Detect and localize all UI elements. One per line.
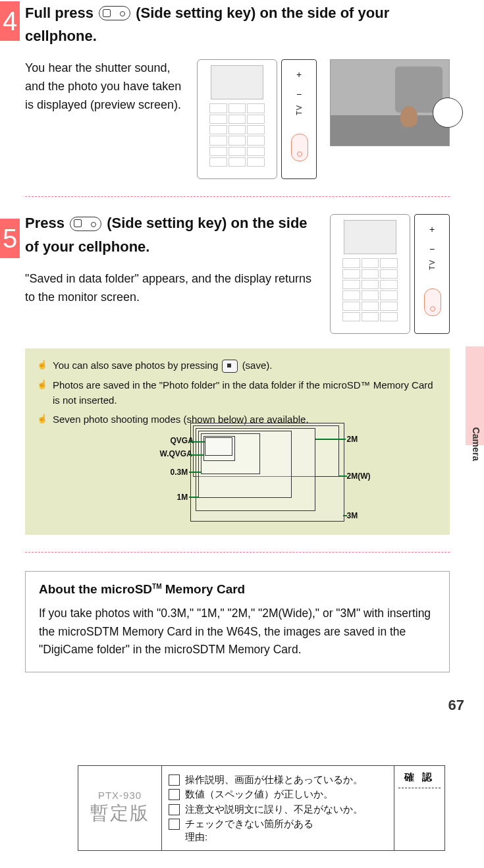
step4-heading-before: Full press — [25, 5, 97, 21]
volume-up-icon: + — [296, 69, 302, 80]
doc-code: PTX-930 — [98, 790, 142, 801]
side-setting-key-highlight — [424, 288, 441, 316]
checkbox-icon[interactable] — [169, 819, 180, 830]
step-divider — [25, 196, 450, 197]
provisional-label: 暫定版 — [90, 801, 149, 826]
footer-left: PTX-930 暫定版 — [78, 766, 162, 851]
checkbox-icon[interactable] — [169, 774, 180, 786]
mode-label-2m: 2M — [347, 433, 358, 446]
footer-mid: 操作説明、画面が仕様とあっているか。 数値（スペック値）が正しいか。 注意文や説… — [162, 766, 394, 851]
tv-label: TV — [295, 105, 303, 115]
confirm-label: 確 認 — [404, 771, 435, 782]
mode-label-1m: 1M — [177, 491, 188, 504]
tip-2: Photos are saved in the "Photo folder" i… — [53, 377, 438, 408]
step-4-body: You hear the shutter sound, and the phot… — [25, 59, 184, 179]
phone-side-callout: + − TV — [281, 59, 317, 179]
review-checklist-box: PTX-930 暫定版 操作説明、画面が仕様とあっているか。 数値（スペック値）… — [78, 765, 445, 852]
pointing-hand-icon: ☝ — [37, 412, 46, 424]
step-4-number: 4 — [3, 7, 17, 36]
step-5-heading: Press (Side setting key) on the side of … — [25, 211, 317, 258]
side-setting-key-icon — [99, 6, 130, 20]
about-title-after: Memory Card — [162, 582, 246, 596]
callout-circle-icon — [433, 97, 463, 128]
about-title-before: About the microSD — [39, 582, 152, 596]
pointing-hand-icon: ☝ — [37, 378, 46, 390]
cellphone-illustration — [330, 214, 410, 334]
cellphone-illustration — [197, 59, 277, 179]
center-save-button-icon — [222, 360, 238, 373]
photo-preview-illustration — [330, 59, 450, 146]
step-4-tab: 4 — [0, 1, 20, 41]
volume-down-icon: − — [429, 244, 435, 254]
tip1-before: You can also save photos by pressing — [53, 360, 221, 371]
tips-box: ☝ You can also save photos by pressing (… — [25, 348, 450, 535]
mode-label-3m: 3M — [347, 510, 358, 522]
section-label: Camera — [471, 427, 481, 461]
step-divider — [25, 552, 450, 553]
about-title: About the microSDTM Memory Card — [39, 582, 436, 597]
step-5-number: 5 — [3, 224, 17, 253]
page-number: 67 — [448, 697, 464, 714]
volume-up-icon: + — [429, 224, 435, 234]
phone-side-callout: + − TV — [414, 214, 450, 334]
about-microsd-box: About the microSDTM Memory Card If you t… — [25, 571, 450, 672]
pointing-hand-icon: ☝ — [37, 358, 46, 370]
mode-label-wqvga: W.QVGA — [160, 448, 192, 460]
confirm-cell: 確 認 — [394, 766, 444, 851]
about-body: If you take photos with "0.3M," "1M," "2… — [39, 605, 436, 658]
mode-label-03m: 0.3M — [171, 466, 188, 479]
check-item-3: 注意文や説明文に誤り、不足がないか。 — [185, 803, 363, 816]
side-setting-key-icon — [70, 217, 101, 231]
step-5-body: "Saved in data folder" appears, and the … — [25, 270, 317, 307]
check-item-4: チェックできない箇所がある 理由: — [185, 817, 313, 843]
check-item-1: 操作説明、画面が仕様とあっているか。 — [185, 773, 363, 786]
tm-superscript: TM — [152, 583, 161, 590]
side-setting-key-highlight — [291, 134, 308, 161]
mode-label-2mw: 2M(W) — [347, 470, 371, 483]
tip1-after: (save). — [242, 360, 273, 371]
tv-label: TV — [428, 259, 436, 270]
step-4-heading: Full press (Side setting key) on the sid… — [25, 1, 450, 47]
checkbox-icon[interactable] — [169, 804, 180, 815]
check-item-2: 数値（スペック値）が正しいか。 — [185, 788, 333, 801]
step5-heading-before: Press — [25, 215, 68, 231]
volume-down-icon: − — [296, 89, 302, 99]
step-5-tab: 5 — [0, 219, 20, 258]
checkbox-icon[interactable] — [169, 789, 180, 800]
tip-1: You can also save photos by pressing (sa… — [53, 358, 272, 373]
shooting-modes-diagram: QVGA W.QVGA 0.3M 1M 2M 2M(W) 3M — [119, 433, 356, 526]
